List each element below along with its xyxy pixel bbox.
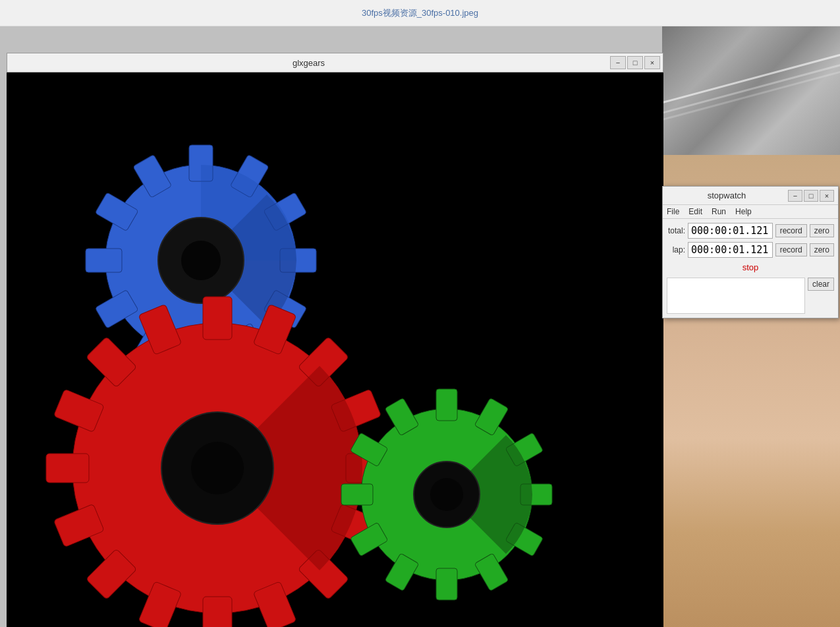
- stopwatch-body: total: 000:00:01.121 record zero lap: 00…: [663, 219, 838, 318]
- svg-rect-45: [341, 484, 373, 505]
- glxgears-maximize-button[interactable]: □: [627, 56, 643, 69]
- lap-record-button[interactable]: record: [775, 243, 807, 256]
- menu-help[interactable]: Help: [734, 206, 753, 217]
- svg-rect-29: [46, 454, 89, 483]
- svg-rect-17: [203, 297, 232, 340]
- svg-rect-11: [86, 249, 122, 272]
- log-area: clear: [667, 278, 834, 314]
- lap-zero-button[interactable]: zero: [810, 243, 834, 256]
- window-title-bar: 30fps视频资源_30fps-010.jpeg: [0, 0, 840, 26]
- stopwatch-menubar: File Edit Run Help: [663, 205, 838, 219]
- stopwatch-close-button[interactable]: ×: [820, 190, 834, 202]
- glxgears-title-text: glxgears: [7, 58, 610, 68]
- menu-run[interactable]: Run: [710, 206, 727, 217]
- background-image: [662, 26, 840, 627]
- glxgears-titlebar: glxgears − □ ×: [7, 53, 663, 73]
- red-gear: [46, 297, 389, 627]
- svg-point-34: [191, 442, 244, 494]
- total-label: total:: [667, 226, 685, 235]
- stopwatch-minimize-button[interactable]: −: [788, 190, 802, 202]
- svg-rect-42: [436, 568, 457, 600]
- svg-rect-25: [203, 597, 232, 627]
- stopwatch-title-text: stopwatch: [667, 191, 787, 200]
- stop-row: stop: [667, 261, 834, 274]
- total-zero-button[interactable]: zero: [810, 224, 834, 237]
- glxgears-window-controls: − □ ×: [610, 56, 663, 69]
- bg-top-texture: [662, 26, 840, 155]
- svg-rect-36: [436, 389, 457, 421]
- glxgears-close-button[interactable]: ×: [644, 56, 660, 69]
- lap-row: lap: 000:00:01.121 record zero: [667, 242, 834, 258]
- stop-button[interactable]: stop: [736, 261, 766, 274]
- svg-point-49: [430, 478, 463, 511]
- total-row: total: 000:00:01.121 record zero: [667, 223, 834, 239]
- svg-point-15: [181, 241, 221, 280]
- stopwatch-maximize-button[interactable]: □: [804, 190, 818, 202]
- lap-time-display: 000:00:01.121: [688, 242, 773, 258]
- total-record-button[interactable]: record: [775, 224, 807, 237]
- clear-button[interactable]: clear: [808, 278, 834, 291]
- menu-file[interactable]: File: [665, 206, 681, 217]
- total-time-display: 000:00:01.121: [688, 223, 773, 239]
- glxgears-minimize-button[interactable]: −: [610, 56, 626, 69]
- stopwatch-titlebar: stopwatch − □ ×: [663, 187, 838, 205]
- log-content-area: [667, 278, 805, 314]
- glxgears-canvas: [7, 73, 663, 627]
- menu-edit[interactable]: Edit: [687, 206, 704, 217]
- lap-label: lap:: [667, 245, 685, 254]
- gears-svg: [7, 73, 663, 627]
- stopwatch-window: stopwatch − □ × File Edit Run Help total…: [662, 186, 839, 318]
- window-title-text: 30fps视频资源_30fps-010.jpeg: [362, 7, 478, 19]
